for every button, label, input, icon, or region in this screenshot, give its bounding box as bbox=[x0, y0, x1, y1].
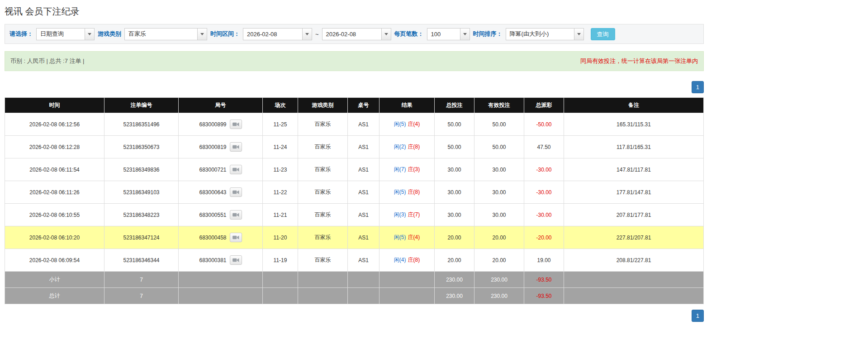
chevron-down-icon[interactable] bbox=[197, 29, 207, 40]
cell-result: 闲(5)庄(8) bbox=[379, 181, 435, 204]
cell-total-bet[interactable]: 30.00 bbox=[435, 181, 474, 204]
cell-table: AS1 bbox=[348, 158, 379, 181]
game-type-value[interactable]: 百家乐 bbox=[125, 29, 197, 40]
cell-round: 683000899 bbox=[179, 113, 263, 136]
video-replay-button[interactable] bbox=[230, 210, 242, 220]
cell-bet-id: 523186347124 bbox=[104, 226, 179, 249]
video-replay-button[interactable] bbox=[230, 255, 242, 265]
chevron-down-icon[interactable] bbox=[574, 29, 583, 40]
cell-session: 11-23 bbox=[263, 158, 298, 181]
cell-game: 百家乐 bbox=[298, 158, 348, 181]
empty-cell bbox=[263, 288, 298, 304]
sort-order-value[interactable]: 降冪(由大到小) bbox=[506, 29, 574, 40]
cell-time: 2026-02-08 06:10:55 bbox=[5, 204, 104, 226]
empty-cell bbox=[379, 272, 435, 288]
chevron-down-icon[interactable] bbox=[381, 29, 391, 40]
video-replay-button[interactable] bbox=[230, 120, 242, 129]
video-camera-icon bbox=[232, 235, 239, 240]
subtotal-valid-bet: 230.00 bbox=[474, 272, 524, 288]
header-time: 时间 bbox=[5, 98, 104, 113]
cell-payout: 47.50 bbox=[524, 136, 564, 158]
cell-round: 683000458 bbox=[179, 226, 263, 249]
cell-bet-id: 523186349103 bbox=[104, 181, 179, 204]
page-button-1[interactable]: 1 bbox=[692, 310, 704, 322]
sort-order-label: 时间排序： bbox=[473, 30, 503, 38]
header-valid-bet: 有效投注 bbox=[474, 98, 524, 113]
header-payout: 总派彩 bbox=[524, 98, 564, 113]
cell-time: 2026-02-08 06:09:54 bbox=[5, 249, 104, 272]
page-button-1[interactable]: 1 bbox=[692, 81, 704, 93]
page-size-value[interactable]: 100 bbox=[427, 29, 460, 40]
cell-payout: 19.00 bbox=[524, 249, 564, 272]
cell-note: 207.81/177.81 bbox=[564, 204, 704, 226]
result-player: 闲(3) bbox=[394, 211, 406, 218]
date-to-picker[interactable]: 2026-02-08 bbox=[322, 28, 391, 40]
page-title: 视讯 会员下注纪录 bbox=[5, 5, 704, 18]
chevron-down-icon[interactable] bbox=[85, 29, 94, 40]
cell-total-bet[interactable]: 30.00 bbox=[435, 204, 474, 226]
empty-cell bbox=[348, 288, 379, 304]
cell-note: 165.31/115.31 bbox=[564, 113, 704, 136]
header-table-no: 桌号 bbox=[348, 98, 379, 113]
empty-cell bbox=[298, 288, 348, 304]
search-button[interactable]: 查询 bbox=[591, 28, 615, 40]
table-row: 2026-02-08 06:12:56 523186351496 6830008… bbox=[5, 113, 704, 136]
chevron-down-icon[interactable] bbox=[460, 29, 470, 40]
total-payout: -93.50 bbox=[524, 288, 564, 304]
video-camera-icon bbox=[232, 212, 239, 217]
cell-session: 11-20 bbox=[263, 226, 298, 249]
cell-game: 百家乐 bbox=[298, 136, 348, 158]
cell-time: 2026-02-08 06:11:26 bbox=[5, 181, 104, 204]
empty-cell bbox=[564, 272, 704, 288]
date-from-value[interactable]: 2026-02-08 bbox=[243, 29, 302, 40]
cell-total-bet[interactable]: 50.00 bbox=[435, 136, 474, 158]
video-replay-button[interactable] bbox=[230, 187, 242, 197]
cell-table: AS1 bbox=[348, 204, 379, 226]
empty-cell bbox=[379, 288, 435, 304]
sort-order-combobox[interactable]: 降冪(由大到小) bbox=[506, 28, 584, 40]
cell-total-bet[interactable]: 20.00 bbox=[435, 226, 474, 249]
game-type-label: 游戏类别 bbox=[98, 30, 121, 38]
cell-round-id: 683000381 bbox=[199, 257, 226, 263]
query-type-combobox[interactable]: 日期查询 bbox=[36, 28, 95, 40]
cell-session: 11-25 bbox=[263, 113, 298, 136]
table-row: 2026-02-08 06:10:20 523186347124 6830004… bbox=[5, 226, 704, 249]
video-replay-button[interactable] bbox=[230, 165, 242, 174]
cell-round-id: 683000819 bbox=[199, 144, 226, 150]
cell-bet-id: 523186349836 bbox=[104, 158, 179, 181]
pagination-bottom: 1 bbox=[5, 310, 704, 322]
cell-total-bet[interactable]: 20.00 bbox=[435, 249, 474, 272]
cell-total-bet[interactable]: 30.00 bbox=[435, 158, 474, 181]
cell-table: AS1 bbox=[348, 113, 379, 136]
video-camera-icon bbox=[232, 167, 239, 172]
cell-game: 百家乐 bbox=[298, 226, 348, 249]
cell-round: 683000551 bbox=[179, 204, 263, 226]
header-round-id: 局号 bbox=[179, 98, 263, 113]
video-replay-button[interactable] bbox=[230, 142, 242, 152]
cell-valid-bet: 30.00 bbox=[474, 204, 524, 226]
query-type-label: 请选择： bbox=[9, 30, 33, 38]
date-range-separator: ~ bbox=[315, 31, 319, 38]
video-replay-button[interactable] bbox=[230, 233, 242, 242]
cell-bet-id: 523186346344 bbox=[104, 249, 179, 272]
query-type-value[interactable]: 日期查询 bbox=[37, 29, 85, 40]
cell-payout: -30.00 bbox=[524, 204, 564, 226]
page-size-combobox[interactable]: 100 bbox=[427, 28, 470, 40]
cell-table: AS1 bbox=[348, 136, 379, 158]
result-player: 闲(2) bbox=[394, 144, 406, 150]
cell-total-bet[interactable]: 50.00 bbox=[435, 113, 474, 136]
header-bet-id: 注单编号 bbox=[104, 98, 179, 113]
chevron-down-icon[interactable] bbox=[302, 29, 312, 40]
date-from-picker[interactable]: 2026-02-08 bbox=[243, 28, 312, 40]
date-to-value[interactable]: 2026-02-08 bbox=[323, 29, 381, 40]
summary-notice-text: 同局有效投注，统一计算在该局第一张注单内 bbox=[580, 57, 698, 65]
header-total-bet: 总投注 bbox=[435, 98, 474, 113]
game-type-combobox[interactable]: 百家乐 bbox=[124, 28, 207, 40]
cell-result: 闲(5)庄(4) bbox=[379, 226, 435, 249]
betting-records-table: 时间 注单编号 局号 场次 游戏类别 桌号 结果 总投注 有效投注 总派彩 备注… bbox=[5, 97, 704, 304]
result-banker: 庄(8) bbox=[408, 144, 420, 150]
cell-time: 2026-02-08 06:10:20 bbox=[5, 226, 104, 249]
subtotal-row: 小计 7 230.00 230.00 -93.50 bbox=[5, 272, 704, 288]
cell-session: 11-19 bbox=[263, 249, 298, 272]
currency-summary-text: 币别 : 人民币 | 总共 :7 注单 | bbox=[10, 57, 85, 65]
